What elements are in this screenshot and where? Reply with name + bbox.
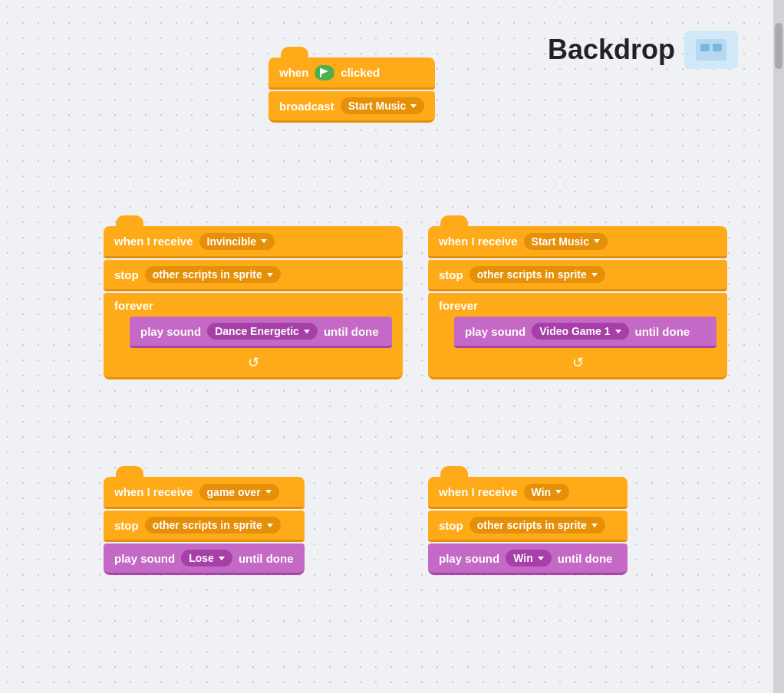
sound-arrow3: [219, 557, 225, 560]
game-over-group: when I receive game over stop other scri…: [104, 477, 305, 575]
win-group: when I receive Win stop other scripts in…: [428, 477, 628, 575]
sound-arrow4: [538, 557, 544, 560]
forever-inner1: play sound Dance Energetic until done: [130, 317, 392, 348]
forever-label2: forever: [439, 299, 716, 312]
sound-dropdown2[interactable]: Video Game 1: [532, 323, 628, 340]
until-done3: until done: [239, 552, 294, 565]
game-over-value: game over: [207, 486, 261, 498]
when-receive-label4: when I receive: [439, 485, 518, 498]
scrollbar-thumb[interactable]: [775, 23, 782, 69]
until-done1: until done: [324, 325, 379, 338]
invincible-dropdown[interactable]: Invincible: [199, 233, 275, 250]
stop-label2: stop: [439, 268, 463, 281]
win-value: Win: [532, 486, 552, 498]
forever-block-2: forever play sound Video Game 1 until do…: [428, 293, 727, 379]
game-over-dropdown[interactable]: game over: [199, 484, 279, 501]
start-music-value: Start Music: [532, 235, 589, 248]
forever-bottom1: ↺: [114, 351, 392, 371]
when-receive-label2: when I receive: [439, 235, 518, 248]
stop-block-3[interactable]: stop other scripts in sprite: [104, 511, 305, 542]
start-music-arrow: [594, 239, 600, 243]
sound-dropdown1[interactable]: Dance Energetic: [207, 323, 318, 340]
invincible-value: Invincible: [207, 235, 257, 248]
forever-block-1: forever play sound Dance Energetic until…: [104, 293, 403, 379]
invincible-arrow: [261, 239, 267, 243]
sound-block-2[interactable]: play sound Video Game 1 until done: [454, 317, 716, 348]
backdrop-title: Backdrop: [548, 34, 675, 66]
start-music-dropdown[interactable]: Start Music: [524, 233, 608, 250]
when-receive-label3: when I receive: [114, 485, 193, 498]
until-done2: until done: [635, 325, 690, 338]
when-label: when: [279, 66, 308, 79]
win-dropdown[interactable]: Win: [524, 484, 570, 501]
loop-arrow2: ↺: [572, 354, 584, 371]
sound-block-4[interactable]: play sound Win until done: [428, 544, 628, 575]
stop-label1: stop: [114, 268, 139, 281]
play-sound-label1: play sound: [140, 325, 201, 338]
stop-block-4[interactable]: stop other scripts in sprite: [428, 511, 628, 542]
invincible-group: when I receive Invincible stop other scr…: [104, 226, 403, 379]
scratch-canvas: Backdrop when clicked broadcast: [0, 0, 784, 693]
stop-arrow4: [591, 524, 598, 527]
win-arrow: [555, 490, 562, 494]
forever-bottom2: ↺: [439, 351, 716, 371]
forever-inner2: play sound Video Game 1 until done: [454, 317, 716, 348]
loop-arrow1: ↺: [248, 354, 259, 371]
sound-block-1[interactable]: play sound Dance Energetic until done: [130, 317, 392, 348]
stop-arrow1: [267, 273, 273, 277]
sound-value2: Video Game 1: [539, 325, 610, 337]
stop-dropdown1[interactable]: other scripts in sprite: [145, 266, 281, 283]
sound-value3: Lose: [189, 552, 214, 564]
stop-arrow3: [267, 524, 273, 527]
until-done4: until done: [558, 552, 613, 565]
stop-value4: other scripts in sprite: [477, 519, 587, 531]
hat-game-over[interactable]: when I receive game over: [104, 477, 305, 509]
hat-start-music[interactable]: when I receive Start Music: [428, 226, 727, 258]
stop-value2: other scripts in sprite: [477, 268, 587, 281]
broadcast-label: broadcast: [279, 100, 334, 113]
backdrop-thumbnail: [684, 31, 738, 69]
stop-value1: other scripts in sprite: [153, 268, 262, 281]
sound-arrow2: [615, 330, 621, 333]
svg-rect-1: [700, 44, 710, 51]
play-sound-label3: play sound: [114, 552, 175, 565]
sound-value4: Win: [513, 552, 533, 564]
sound-arrow1: [304, 330, 310, 333]
sound-dropdown4[interactable]: Win: [506, 550, 552, 567]
stop-value3: other scripts in sprite: [153, 519, 262, 531]
hat-block-flag[interactable]: when clicked: [268, 57, 435, 90]
stop-block-2[interactable]: stop other scripts in sprite: [428, 260, 727, 291]
green-flag-icon: [315, 65, 334, 80]
broadcast-block[interactable]: broadcast Start Music: [268, 91, 435, 123]
start-music-group: when I receive Start Music stop other sc…: [428, 226, 727, 379]
play-sound-label2: play sound: [465, 325, 525, 338]
game-over-arrow: [265, 490, 272, 494]
sound-block-3[interactable]: play sound Lose until done: [104, 544, 305, 575]
broadcast-dropdown[interactable]: Start Music: [341, 97, 424, 114]
svg-rect-4: [320, 68, 321, 77]
sound-dropdown3[interactable]: Lose: [181, 550, 232, 567]
stop-arrow2: [591, 273, 598, 277]
stop-dropdown4[interactable]: other scripts in sprite: [469, 517, 605, 534]
hat-win[interactable]: when I receive Win: [428, 477, 628, 509]
stop-label3: stop: [114, 519, 139, 532]
broadcast-arrow: [410, 104, 417, 108]
forever-label1: forever: [114, 299, 392, 312]
svg-rect-2: [713, 44, 722, 51]
stop-dropdown2[interactable]: other scripts in sprite: [469, 266, 605, 283]
hat-invincible[interactable]: when I receive Invincible: [104, 226, 403, 258]
stop-dropdown3[interactable]: other scripts in sprite: [145, 517, 281, 534]
stop-label4: stop: [439, 519, 463, 532]
flag-clicked-group: when clicked broadcast Start Music: [268, 57, 435, 123]
scrollbar[interactable]: [773, 0, 784, 693]
clicked-label: clicked: [341, 66, 380, 79]
when-receive-label1: when I receive: [114, 235, 193, 248]
svg-marker-3: [321, 68, 328, 74]
play-sound-label4: play sound: [439, 552, 499, 565]
sound-value1: Dance Energetic: [215, 325, 299, 337]
backdrop-label: Backdrop: [548, 31, 738, 69]
stop-block-1[interactable]: stop other scripts in sprite: [104, 260, 403, 291]
broadcast-value: Start Music: [348, 100, 406, 112]
